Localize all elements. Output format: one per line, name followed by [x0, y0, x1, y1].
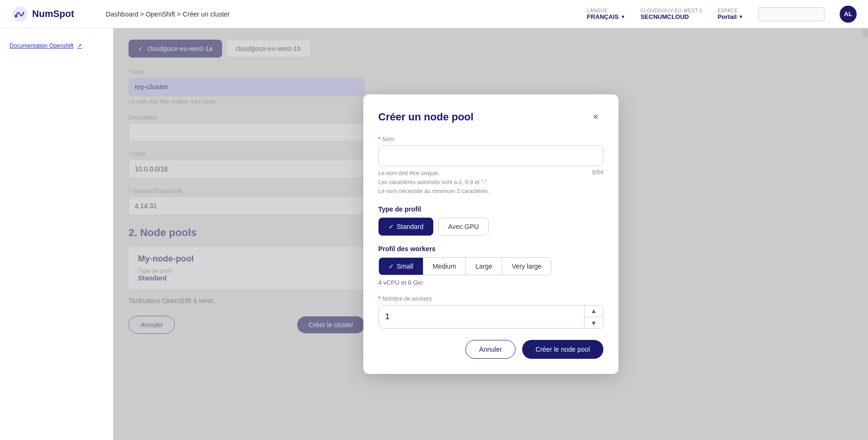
header: NumSpot Dashboard > OpenShift > Créer un…	[0, 0, 868, 28]
profile-standard-label: Standard	[397, 223, 424, 230]
worker-btn-small[interactable]: ✓ Small	[379, 258, 423, 275]
langue-label: LANGUE	[587, 8, 608, 13]
field-hints: Le nom doit être unique. Les caractères …	[378, 169, 603, 196]
espace-label: ESPACE	[718, 8, 738, 13]
external-link-icon: ↗	[77, 42, 82, 49]
modal-nom-label: * Nom	[378, 136, 603, 143]
profile-btn-gpu[interactable]: Avec GPU	[438, 218, 489, 236]
doc-link-text: Documentation Openshift	[9, 42, 73, 49]
modal-header: Créer un node pool ×	[378, 110, 603, 125]
avatar[interactable]: AL	[840, 6, 857, 23]
spinner-down-button[interactable]: ▼	[584, 317, 603, 329]
svg-point-1	[15, 15, 17, 17]
region-label: CLOUDGOUV-EU-WEST-1	[640, 8, 702, 13]
profile-type-row: ✓ Standard Avec GPU	[378, 218, 603, 236]
logo: NumSpot	[11, 6, 96, 23]
main-content: ✓ cloudgouv-eu-west-1a cloudgouv-eu-west…	[113, 28, 868, 440]
modal-nom-group: * Nom Le nom doit être unique. Les carac…	[378, 136, 603, 196]
worker-btn-medium[interactable]: Medium	[423, 258, 466, 275]
char-count: 0/64	[592, 169, 603, 176]
profile-gpu-label: Avec GPU	[448, 223, 479, 230]
modal-close-button[interactable]: ×	[588, 110, 603, 125]
modal-title: Créer un node pool	[378, 111, 474, 123]
sidebar: Documentation Openshift ↗	[0, 28, 113, 440]
nombre-workers-group: * Nombre de workers ▲ ▼	[378, 296, 603, 329]
worker-profile-row: ✓ Small Medium Large Very large	[378, 257, 552, 275]
check-icon-small: ✓	[388, 262, 394, 270]
type-profil-group: Type de profil ✓ Standard Avec GPU	[378, 205, 603, 236]
espace-meta: ESPACE Portail ▼	[718, 8, 743, 20]
modal-overlay: Créer un node pool × * Nom Le nom doit ê…	[113, 28, 868, 440]
nombre-workers-label: * Nombre de workers	[378, 296, 603, 302]
region-meta: CLOUDGOUV-EU-WEST-1 SECNUMCLOUD	[640, 8, 702, 20]
modal-footer: Annuler Créer le node pool	[378, 340, 603, 359]
region-value: SECNUMCLOUD	[640, 13, 689, 20]
search-box[interactable]	[758, 7, 825, 21]
creer-node-pool-button[interactable]: Créer le node pool	[522, 340, 603, 359]
user-section: AL	[840, 6, 857, 23]
spinner-up-button[interactable]: ▲	[584, 305, 603, 317]
worker-btn-large[interactable]: Large	[466, 258, 502, 275]
logo-text: NumSpot	[32, 8, 74, 19]
field-hint-text: Le nom doit être unique. Les caractères …	[378, 169, 490, 196]
modal-nom-input[interactable]	[378, 145, 603, 166]
modal-dialog: Créer un node pool × * Nom Le nom doit ê…	[363, 94, 619, 374]
profil-workers-group: Profil des workers ✓ Small Medium Large	[378, 245, 603, 286]
header-right: LANGUE FRANÇAIS ▼ CLOUDGOUV-EU-WEST-1 SE…	[587, 6, 857, 23]
profil-workers-label: Profil des workers	[378, 245, 603, 253]
langue-meta: LANGUE FRANÇAIS ▼	[587, 8, 625, 20]
worker-btn-very-large[interactable]: Very large	[502, 258, 551, 275]
nombre-workers-input[interactable]	[378, 305, 603, 329]
espace-value[interactable]: Portail ▼	[718, 13, 743, 20]
logo-icon	[11, 6, 28, 23]
documentation-link[interactable]: Documentation Openshift ↗	[0, 38, 113, 54]
number-input-wrap: ▲ ▼	[378, 305, 603, 329]
langue-value[interactable]: FRANÇAIS ▼	[587, 13, 625, 20]
type-profil-label: Type de profil	[378, 205, 603, 213]
breadcrumb: Dashboard > OpenShift > Créer un cluster	[96, 10, 587, 18]
number-spinners: ▲ ▼	[584, 305, 603, 329]
main-layout: Documentation Openshift ↗ ✓ cloudgouv-eu…	[0, 28, 868, 440]
check-icon-standard: ✓	[388, 223, 394, 230]
profile-btn-standard[interactable]: ✓ Standard	[378, 218, 434, 236]
annuler-modal-button[interactable]: Annuler	[465, 340, 516, 359]
worker-spec: 4 vCPU et 8 Gio	[378, 279, 603, 286]
